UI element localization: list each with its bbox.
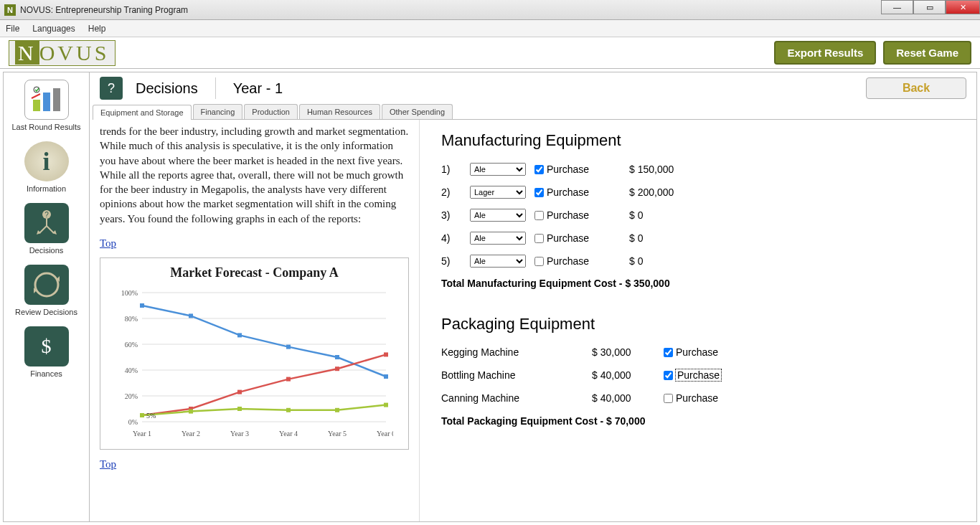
- header-bar: NOVUS Export Results Reset Game: [0, 37, 980, 69]
- maximize-button[interactable]: ▭: [913, 0, 946, 14]
- svg-rect-26: [189, 314, 193, 318]
- equipment-type-select[interactable]: Ale: [470, 232, 526, 245]
- svg-rect-2: [53, 88, 60, 111]
- svg-text:0%: 0%: [128, 418, 138, 426]
- packaging-cost: $ 30,000: [592, 346, 664, 358]
- slot-cost: $ 0: [629, 209, 715, 221]
- svg-rect-40: [286, 408, 291, 412]
- packaging-total: Total Packaging Equipment Cost - $ 70,00…: [441, 415, 955, 427]
- sidebar-item-decisions[interactable]: ? Decisions: [24, 203, 69, 255]
- slot-number: 1): [441, 164, 461, 175]
- top-link[interactable]: Top: [100, 237, 116, 249]
- svg-text:5%: 5%: [146, 412, 156, 420]
- purchase-checkbox[interactable]: [534, 234, 544, 243]
- slot-cost: $ 0: [629, 232, 715, 244]
- bar-chart-icon: [24, 80, 69, 120]
- purchase-checkbox[interactable]: [664, 394, 673, 403]
- purchase-checkbox[interactable]: [664, 348, 673, 357]
- svg-text:Year 5: Year 5: [328, 430, 347, 438]
- equipment-type-select[interactable]: Ale: [470, 163, 526, 176]
- slot-number: 4): [441, 232, 461, 244]
- sidebar-item-information[interactable]: i Information: [24, 141, 69, 193]
- purchase-checkbox[interactable]: [534, 188, 544, 197]
- page-year: Year - 1: [233, 80, 283, 97]
- sidebar-item-review-decisions[interactable]: Review Decisions: [15, 265, 77, 316]
- equipment-type-select[interactable]: Ale: [470, 209, 526, 222]
- packaging-cost: $ 40,000: [592, 392, 664, 404]
- decisions-icon: ?: [24, 203, 69, 243]
- svg-rect-37: [140, 413, 144, 417]
- info-pane[interactable]: trends for the beer industry, including …: [90, 120, 420, 521]
- menu-help[interactable]: Help: [88, 24, 106, 34]
- svg-text:80%: 80%: [125, 315, 138, 323]
- packaging-name: Canning Machine: [441, 392, 592, 404]
- purchase-label: Purchase: [547, 255, 589, 267]
- info-paragraph: trends for the beer industry, including …: [100, 124, 409, 226]
- svg-rect-34: [286, 377, 291, 382]
- purchase-checkbox[interactable]: [664, 371, 673, 380]
- page-title: Decisions: [136, 80, 198, 97]
- svg-rect-39: [237, 407, 242, 411]
- svg-text:Year 4: Year 4: [279, 430, 298, 438]
- chart-title: Market Forecast - Company A: [106, 264, 402, 281]
- svg-text:Year 6: Year 6: [377, 430, 393, 438]
- back-button[interactable]: Back: [866, 77, 966, 99]
- svg-rect-33: [237, 390, 242, 394]
- packaging-row-kegging-machine: Kegging Machine$ 30,000 Purchase: [441, 346, 955, 358]
- sidebar: Last Round Results i Information ? Decis…: [4, 72, 90, 521]
- purchase-label: Purchase: [676, 346, 718, 358]
- purchase-label: Purchase: [547, 209, 589, 221]
- dollar-icon: $: [24, 326, 69, 366]
- equipment-type-select[interactable]: Ale: [470, 255, 526, 268]
- logo: NOVUS: [9, 40, 116, 66]
- svg-text:40%: 40%: [125, 366, 138, 374]
- svg-rect-0: [33, 100, 40, 111]
- tab-production[interactable]: Production: [244, 104, 298, 119]
- equipment-slot-4: 4)Ale Purchase$ 0: [441, 232, 955, 245]
- equipment-slot-1: 1)Ale Purchase$ 150,000: [441, 163, 955, 176]
- decisions-page-icon: ?: [100, 77, 123, 100]
- chart-market-forecast: Market Forecast - Company A 0%20%40%60%8…: [100, 257, 409, 450]
- svg-rect-38: [189, 410, 193, 414]
- purchase-checkbox[interactable]: [534, 211, 544, 220]
- top-link-2[interactable]: Top: [100, 458, 116, 470]
- svg-rect-41: [335, 408, 339, 412]
- purchase-label: Purchase: [547, 164, 589, 175]
- svg-rect-27: [237, 334, 242, 338]
- minimize-button[interactable]: —: [881, 0, 913, 14]
- purchase-checkbox[interactable]: [534, 257, 544, 266]
- title-bar: N NOVUS: Entrepreneurship Traning Progra…: [0, 0, 980, 20]
- purchase-checkbox[interactable]: [534, 165, 544, 174]
- menu-file[interactable]: File: [6, 24, 19, 34]
- equipment-type-select[interactable]: Lager: [470, 186, 526, 199]
- svg-text:20%: 20%: [125, 392, 138, 400]
- svg-rect-1: [43, 93, 50, 111]
- svg-text:Year 1: Year 1: [133, 430, 151, 438]
- reset-game-button[interactable]: Reset Game: [883, 41, 971, 65]
- close-button[interactable]: ✕: [946, 0, 980, 14]
- tab-financing[interactable]: Financing: [193, 104, 243, 119]
- window-title: NOVUS: Entrepreneurship Traning Program: [20, 5, 188, 15]
- page-header: ? Decisions Year - 1 Back: [90, 72, 976, 104]
- equipment-slot-5: 5)Ale Purchase$ 0: [441, 255, 955, 268]
- slot-cost: $ 150,000: [629, 164, 715, 175]
- slot-cost: $ 0: [629, 255, 715, 267]
- tabs: Equipment and StorageFinancingProduction…: [93, 104, 976, 120]
- svg-text:100%: 100%: [121, 289, 138, 297]
- slot-number: 5): [441, 255, 461, 267]
- slot-number: 3): [441, 209, 461, 221]
- tab-equipment-and-storage[interactable]: Equipment and Storage: [93, 105, 192, 120]
- sidebar-item-finances[interactable]: $ Finances: [24, 326, 69, 378]
- purchase-label: Purchase: [676, 369, 721, 381]
- packaging-row-canning-machine: Canning Machine$ 40,000 Purchase: [441, 392, 955, 404]
- menu-bar: File Languages Help: [0, 20, 980, 37]
- slot-number: 2): [441, 186, 461, 198]
- sidebar-item-last-round-results[interactable]: Last Round Results: [12, 80, 81, 131]
- decisions-form[interactable]: Manufacturing Equipment 1)Ale Purchase$ …: [420, 120, 976, 521]
- export-results-button[interactable]: Export Results: [774, 41, 876, 65]
- manufacturing-equipment-heading: Manufacturing Equipment: [441, 131, 955, 150]
- svg-text:60%: 60%: [125, 341, 138, 349]
- menu-languages[interactable]: Languages: [32, 24, 75, 34]
- tab-human-resources[interactable]: Human Resources: [299, 104, 380, 119]
- tab-other-spending[interactable]: Other Spending: [382, 104, 453, 119]
